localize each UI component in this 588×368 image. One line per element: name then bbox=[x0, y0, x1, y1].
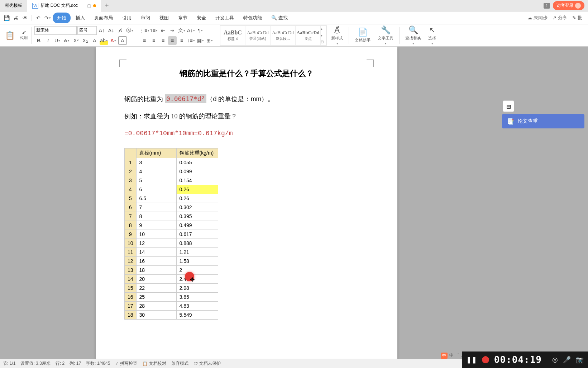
text-tools-button[interactable]: 🔧文字工具▾ bbox=[375, 25, 396, 46]
menu-review[interactable]: 审阅 bbox=[137, 13, 154, 23]
underline-icon[interactable]: U▾ bbox=[53, 36, 62, 45]
collapse-panel-button[interactable]: ▤ bbox=[503, 100, 514, 112]
spell-check-button[interactable]: ✓ 拼写检查 bbox=[115, 360, 137, 367]
increase-font-icon[interactable]: A↑ bbox=[97, 26, 106, 35]
select-button[interactable]: ↖选择▾ bbox=[425, 25, 439, 46]
style-up-icon[interactable]: ▴ bbox=[321, 27, 326, 31]
style-heading4[interactable]: AaBbC标题 4 bbox=[220, 26, 245, 45]
text-effect-icon[interactable]: A bbox=[90, 36, 99, 45]
print-icon[interactable]: 🖨 bbox=[11, 14, 20, 22]
char-shading-icon[interactable]: A bbox=[118, 36, 127, 45]
share-button[interactable]: ↗ 分享 bbox=[553, 15, 567, 21]
document-title: 钢筋的比重是什么？手算公式是什么？ bbox=[124, 68, 369, 79]
document-paragraph: 钢筋的比重为 0.00617*d²（d 的单位是：mm）。 bbox=[124, 92, 369, 107]
sync-status[interactable]: ☁ 未同步 bbox=[527, 15, 548, 21]
find-replace-button[interactable]: 🔍查找替换▾ bbox=[402, 25, 424, 46]
status-row[interactable]: 行: 2 bbox=[56, 360, 64, 367]
style-keypoint[interactable]: AaBbCcDd要点 bbox=[296, 26, 321, 45]
menu-page-layout[interactable]: 页面布局 bbox=[90, 13, 117, 23]
cell-diameter: 28 bbox=[136, 301, 176, 310]
save-icon[interactable]: 💾 bbox=[2, 14, 11, 22]
undo-icon[interactable]: ↶ bbox=[34, 14, 43, 22]
menu-security[interactable]: 安全 bbox=[192, 13, 210, 23]
style-more-icon[interactable]: ⊟ bbox=[321, 40, 326, 44]
paper-check-button[interactable]: 📑 论文查重 bbox=[502, 114, 584, 128]
doc-proof-button[interactable]: 📋 文档校对 bbox=[142, 360, 166, 367]
cell-diameter: 20 bbox=[136, 274, 176, 283]
style-down-icon[interactable]: ▾ bbox=[321, 33, 326, 37]
increase-indent-icon[interactable]: ⇥ bbox=[168, 26, 177, 35]
cell-diameter: 3 bbox=[136, 158, 176, 167]
cell-diameter: 25 bbox=[136, 292, 176, 301]
record-indicator-icon[interactable] bbox=[482, 356, 489, 363]
style-normal-web[interactable]: AaBbCcDd普通(网站) bbox=[245, 26, 271, 45]
menu-insert[interactable]: 插入 bbox=[71, 13, 89, 23]
tab-document[interactable]: W 新建 DOC 文档.doc ▢ bbox=[27, 0, 101, 11]
compat-mode[interactable]: 兼容模式 bbox=[171, 360, 188, 367]
line-spacing-icon[interactable]: ↕≡▾ bbox=[187, 36, 195, 45]
notification-badge[interactable]: 1 bbox=[544, 3, 550, 9]
menu-reference[interactable]: 引用 bbox=[118, 13, 136, 23]
new-style-button[interactable]: Ạ̊新样式▾ bbox=[328, 25, 346, 46]
justify-icon[interactable]: ≡ bbox=[168, 36, 177, 45]
menu-special[interactable]: 特色功能 bbox=[239, 13, 266, 23]
login-button[interactable]: 访客登录 bbox=[553, 1, 584, 10]
char-style-icon[interactable]: Ⓐ▾ bbox=[125, 26, 134, 35]
shading-icon[interactable]: ▦▾ bbox=[196, 36, 205, 45]
clear-format-icon[interactable]: A̸ bbox=[116, 26, 125, 35]
align-left-icon[interactable]: ≡ bbox=[140, 36, 149, 45]
paper-check-icon: 📑 bbox=[506, 117, 515, 126]
menu-view[interactable]: 视图 bbox=[155, 13, 173, 23]
format-painter-button[interactable]: 🖌 式刷 bbox=[19, 25, 28, 46]
subscript-icon[interactable]: X₂ bbox=[81, 36, 90, 45]
row-number: 18 bbox=[125, 310, 137, 319]
menu-chapter[interactable]: 章节 bbox=[174, 13, 192, 23]
redo-icon[interactable]: ↷▾ bbox=[43, 14, 52, 22]
align-center-icon[interactable]: ≡ bbox=[149, 36, 158, 45]
status-col[interactable]: 列: 17 bbox=[70, 360, 81, 367]
rec-tool-icon[interactable]: ◎ bbox=[552, 356, 558, 364]
highlight-icon[interactable]: ab▾ bbox=[100, 36, 108, 45]
table-row: 10 12 0.888 bbox=[125, 239, 218, 247]
pause-recording-button[interactable]: ❚❚ bbox=[466, 356, 477, 364]
new-tab-button[interactable]: + bbox=[101, 2, 113, 9]
align-right-icon[interactable]: ≡ bbox=[159, 36, 167, 45]
rec-camera-icon[interactable]: 📷 bbox=[576, 356, 584, 364]
bullets-icon[interactable]: ⋮≡▾ bbox=[140, 26, 149, 35]
sort-icon[interactable]: A↓▾ bbox=[187, 26, 195, 35]
doc-protection[interactable]: 🛡 文档未保护 bbox=[193, 360, 221, 367]
font-color-icon[interactable]: A▾ bbox=[109, 36, 118, 45]
rec-mic-icon[interactable]: 🎤 bbox=[563, 356, 571, 364]
status-set-value[interactable]: 设置值: 3.3厘米 bbox=[20, 360, 50, 367]
document-page[interactable]: 钢筋的比重是什么？手算公式是什么？ 钢筋的比重为 0.00617*d²（d 的单… bbox=[96, 47, 397, 359]
decrease-indent-icon[interactable]: ⇤ bbox=[159, 26, 167, 35]
distribute-icon[interactable]: ≡ bbox=[177, 36, 186, 45]
annotate-button[interactable]: ✎ 批 bbox=[572, 15, 582, 21]
font-size-select[interactable] bbox=[77, 26, 97, 35]
cell-diameter: 10 bbox=[136, 230, 176, 239]
menu-find[interactable]: 🔍 查找 bbox=[267, 13, 292, 23]
strikethrough-icon[interactable]: A▾ bbox=[62, 36, 71, 45]
status-section[interactable]: 节: 1/1 bbox=[3, 360, 15, 367]
borders-icon[interactable]: ⊞▾ bbox=[205, 36, 214, 45]
paste-button[interactable]: 📋 bbox=[2, 25, 18, 46]
tab-templates[interactable]: 稻壳模板 bbox=[0, 0, 27, 11]
menu-dev-tools[interactable]: 开发工具 bbox=[211, 13, 238, 23]
text-direction-icon[interactable]: 文▾ bbox=[177, 26, 186, 35]
status-word-count[interactable]: 字数: 1/4845 bbox=[86, 360, 110, 367]
ime-badge[interactable]: 中 bbox=[441, 353, 448, 359]
decrease-font-icon[interactable]: A↓ bbox=[107, 26, 115, 35]
preview-icon[interactable]: 👁 bbox=[21, 14, 29, 22]
show-marks-icon[interactable]: ¶▾ bbox=[196, 26, 205, 35]
numbering-icon[interactable]: 1≡▾ bbox=[149, 26, 158, 35]
superscript-icon[interactable]: X² bbox=[72, 36, 80, 45]
style-gallery[interactable]: AaBbC标题 4 AaBbCcDd普通(网站) AaBbCcDd默认段... … bbox=[220, 25, 327, 46]
style-default-para[interactable]: AaBbCcDd默认段... bbox=[271, 26, 296, 45]
font-name-select[interactable] bbox=[34, 26, 77, 35]
italic-icon[interactable]: I bbox=[44, 36, 52, 45]
doc-assist-button[interactable]: 📄文档助手 bbox=[352, 25, 373, 46]
menu-start[interactable]: 开始 bbox=[53, 13, 71, 23]
page-corner-marker bbox=[119, 60, 126, 67]
table-header-diameter: 直径(mm) bbox=[136, 148, 176, 158]
bold-icon[interactable]: B bbox=[34, 36, 43, 45]
